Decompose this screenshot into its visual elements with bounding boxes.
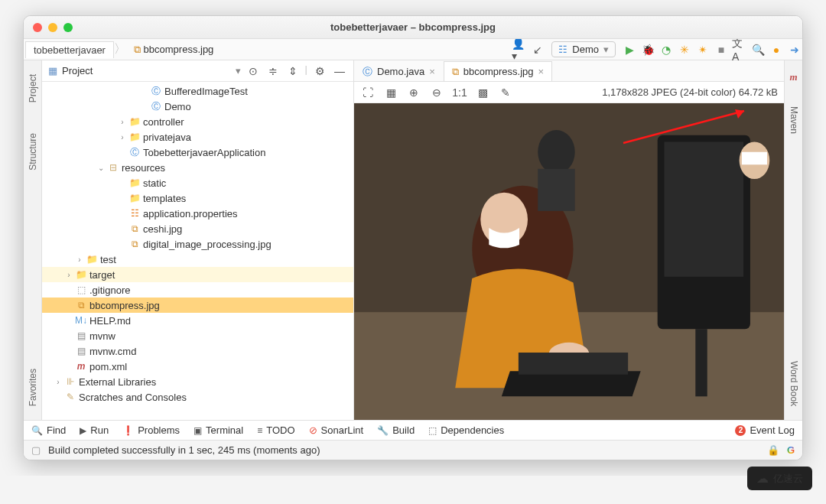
grid-icon[interactable]: ▦ (383, 85, 398, 100)
bottom-tool-terminal[interactable]: ▣ Terminal (193, 424, 243, 436)
bottom-tool-problems[interactable]: ❗ Problems (122, 424, 180, 436)
tree-caret[interactable]: › (74, 255, 85, 264)
ide-settings-icon[interactable]: ➜ (787, 42, 802, 57)
profile-icon[interactable]: ✳ (677, 42, 692, 57)
tree-label: static (141, 177, 166, 189)
ide-window: tobebetterjavaer – bbcompress.jpg tobebe… (23, 15, 803, 460)
tree-label: target (88, 269, 115, 281)
lock-icon[interactable]: 🔒 (767, 444, 779, 456)
left-tab-structure[interactable]: Structure (28, 133, 38, 171)
debug-icon[interactable]: 🐞 (640, 42, 655, 57)
tree-node[interactable]: ·📁templates (42, 190, 353, 206)
svg-point-9 (538, 130, 574, 174)
svg-rect-10 (538, 169, 574, 211)
tree-caret[interactable]: › (53, 378, 63, 386)
main-area: Project Structure Favorites ▦ Project ▾ … (24, 60, 802, 420)
close-window-button[interactable] (33, 23, 42, 32)
tree-node[interactable]: ·ⒸBufferedImageTest (42, 83, 353, 99)
svg-rect-12 (742, 152, 767, 165)
tree-caret[interactable]: ⌄ (96, 164, 106, 172)
project-tree[interactable]: ·ⒸBufferedImageTest·ⒸDemo›📁controller›📁p… (42, 82, 353, 420)
tree-node[interactable]: ·▤mvnw (42, 328, 353, 343)
right-tab-maven[interactable]: Maven (789, 106, 799, 134)
minimize-window-button[interactable] (48, 23, 57, 32)
collapse-icon[interactable]: ⇕ (285, 63, 301, 79)
status-bar: ▢ Build completed successfully in 1 sec,… (24, 440, 802, 460)
tree-node[interactable]: ·☷application.properties (42, 206, 353, 221)
breadcrumb-file: ⧉ bbcompress.jpg (126, 44, 221, 56)
bottom-tool-todo[interactable]: ≡ TODO (257, 424, 294, 436)
bottom-tool-sonarlint[interactable]: ⊘ SonarLint (309, 424, 364, 436)
update-icon[interactable]: ↙ (530, 42, 545, 57)
left-tab-project[interactable]: Project (28, 74, 38, 102)
fit-icon[interactable]: ⛶ (360, 85, 376, 100)
bottom-tool-dependencies[interactable]: ⬚ Dependencies (428, 424, 504, 436)
stop-icon[interactable]: ■ (714, 42, 729, 57)
tree-caret[interactable]: › (117, 118, 128, 126)
ide-update-icon[interactable]: ● (769, 42, 784, 57)
tree-node[interactable]: ·📁static (42, 175, 353, 190)
color-picker-icon[interactable]: ✎ (498, 85, 513, 100)
bottom-tool-build[interactable]: 🔧 Build (377, 424, 415, 436)
tab-label: Demo.java (377, 66, 424, 77)
project-pane-title[interactable]: Project (62, 65, 231, 76)
editor-area: ⒸDemo.java×⧉bbcompress.jpg× ⛶ ▦ ⊕ ⊖ 1:1 … (354, 60, 784, 420)
tree-caret[interactable]: › (63, 271, 74, 279)
hide-icon[interactable]: — (332, 63, 347, 79)
tree-label: pom.xml (88, 361, 127, 372)
breadcrumb-root[interactable]: tobebetterjavaer (25, 41, 114, 58)
expand-icon[interactable]: ≑ (265, 63, 281, 79)
translate-icon[interactable]: 文A (732, 42, 747, 57)
profile2-icon[interactable]: ✴ (695, 42, 711, 57)
tree-label: test (99, 254, 116, 265)
bottom-tool-find[interactable]: 🔍 Find (31, 424, 66, 436)
editor-tab[interactable]: ⒸDemo.java× (354, 61, 444, 81)
tree-node[interactable]: ·ⒸTobebetterjavaerApplication (42, 145, 353, 160)
google-icon[interactable]: G (787, 444, 795, 456)
event-log-button[interactable]: 2 Event Log (735, 424, 795, 436)
traffic-lights (33, 23, 73, 32)
locate-icon[interactable]: ⊙ (246, 63, 261, 79)
image-viewport[interactable] (354, 103, 784, 420)
tab-close-icon[interactable]: × (429, 66, 435, 77)
editor-tab[interactable]: ⧉bbcompress.jpg× (444, 61, 552, 81)
zoom-out-icon[interactable]: ⊖ (429, 85, 444, 100)
tab-close-icon[interactable]: × (538, 66, 545, 77)
image-viewer-toolbar: ⛶ ▦ ⊕ ⊖ 1:1 ▩ ✎ 1,178x828 JPEG (24-bit c… (354, 82, 784, 103)
tree-node[interactable]: ·⧉bbcompress.jpg (42, 298, 353, 313)
run-icon[interactable]: ▶ (622, 42, 637, 57)
tree-caret[interactable]: › (117, 133, 128, 141)
right-tab-wordbook[interactable]: Word Book (789, 361, 799, 406)
tree-node[interactable]: ·⬚.gitignore (42, 282, 353, 298)
search-everywhere-icon[interactable]: 🔍 (750, 42, 766, 57)
project-pane-header: ▦ Project ▾ ⊙ ≑ ⇕ | ⚙ — (42, 60, 353, 82)
tree-node[interactable]: ·M↓HELP.md (42, 313, 353, 328)
breadcrumb-separator: 〉 (114, 41, 126, 57)
coverage-icon[interactable]: ◔ (659, 42, 674, 57)
tree-node[interactable]: ·✎Scratches and Consoles (42, 389, 353, 405)
tree-node[interactable]: ›📁controller (42, 114, 353, 129)
tree-node[interactable]: ›📁privatejava (42, 129, 353, 145)
maven-icon: m (789, 71, 797, 83)
zoom-in-icon[interactable]: ⊕ (406, 85, 421, 100)
tree-node[interactable]: ·▤mvnw.cmd (42, 343, 353, 359)
tree-label: HELP.md (88, 315, 131, 327)
vcs-icon[interactable]: 👤▾ (512, 42, 527, 57)
maximize-window-button[interactable] (63, 23, 73, 32)
tree-node[interactable]: ·ⒸDemo (42, 99, 353, 114)
gear-icon[interactable]: ⚙ (312, 63, 327, 79)
tree-node[interactable]: ·⧉ceshi.jpg (42, 221, 353, 236)
tree-node[interactable]: ›📁target (42, 267, 353, 282)
bottom-tool-run[interactable]: ▶ Run (80, 424, 109, 436)
tree-node[interactable]: ⌄⊟resources (42, 160, 353, 175)
tree-node[interactable]: ·mpom.xml (42, 359, 353, 374)
window-title: tobebetterjavaer – bbcompress.jpg (330, 21, 496, 33)
actual-size-icon[interactable]: 1:1 (452, 85, 467, 100)
tree-node[interactable]: ·⧉digital_image_processing.jpg (42, 236, 353, 252)
left-tab-favorites[interactable]: Favorites (28, 369, 38, 406)
transparency-icon[interactable]: ▩ (475, 85, 490, 100)
run-config-selector[interactable]: ☷ Demo ▾ (551, 41, 616, 57)
tree-label: Demo (163, 101, 191, 112)
tree-node[interactable]: ›📁test (42, 252, 353, 267)
tree-node[interactable]: ›⊪External Libraries (42, 374, 353, 389)
